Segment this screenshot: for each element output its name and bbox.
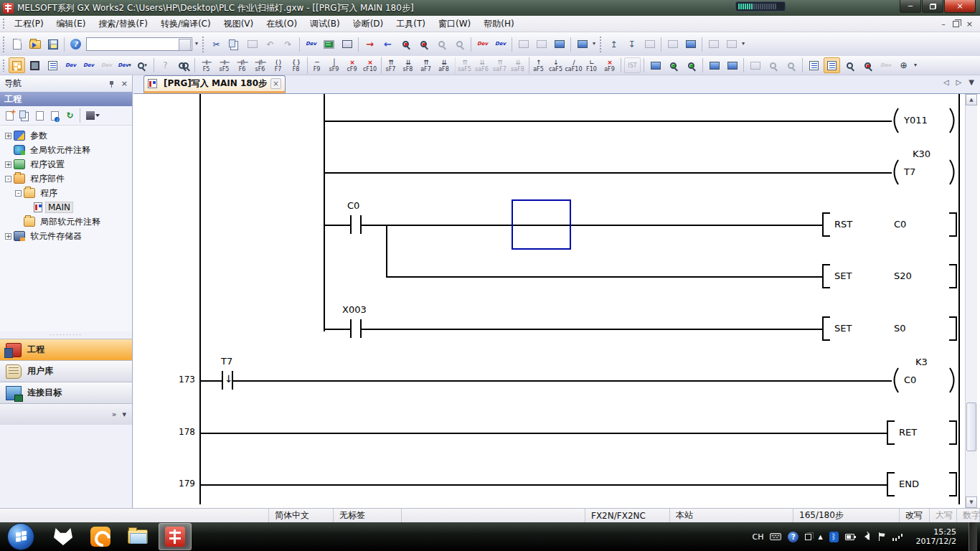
ladder-symbol-button[interactable]: ⇈ saF5 xyxy=(455,57,473,74)
ladder-symbol-button[interactable]: ─ F9 xyxy=(307,57,325,74)
device-comment-edit-button[interactable]: Dev xyxy=(62,57,79,73)
device-table-button[interactable]: Dev xyxy=(80,57,97,73)
read-from-plc-button[interactable]: ← xyxy=(380,36,396,52)
scrollbar-thumb[interactable] xyxy=(966,402,976,451)
window-titlebar[interactable]: MELSOFT系列 GX Works2 C:\Users\HP\Desktop\… xyxy=(0,0,980,16)
end-op-label[interactable]: END xyxy=(899,479,919,489)
show-desktop-button[interactable] xyxy=(969,522,977,551)
toolbar-grip[interactable] xyxy=(202,36,205,52)
ladder-symbol-button[interactable]: ⊣/⊢ sF6 xyxy=(251,57,269,74)
edit-cursor-cell[interactable] xyxy=(512,199,571,250)
navigator-view-button[interactable]: 工程 xyxy=(0,339,132,360)
help-button[interactable]: ? xyxy=(67,36,84,52)
toolbar-overflow-button[interactable]: ▾ xyxy=(914,64,917,67)
device-display-dropdown-button[interactable]: Dev▾ xyxy=(116,57,133,73)
toolbar-overflow-button[interactable]: ▾ xyxy=(593,42,595,46)
bluetooth-icon[interactable]: ᛒ xyxy=(829,532,839,542)
ladder-symbol-button[interactable]: ⇊ sF8 xyxy=(399,57,417,74)
monitor-mode-button[interactable] xyxy=(321,36,337,52)
minimize-button[interactable]: ─ xyxy=(900,0,921,13)
rst-op-label[interactable]: RST xyxy=(834,219,852,230)
pairing-button[interactable] xyxy=(641,36,658,52)
close-button[interactable]: × xyxy=(944,0,976,13)
menu-item[interactable]: 调试(B) xyxy=(303,16,347,32)
label-area-1-button[interactable] xyxy=(705,36,722,52)
statement-list-button[interactable] xyxy=(44,57,61,73)
ret-op-label[interactable]: RET xyxy=(899,427,917,438)
jump-device-button[interactable] xyxy=(724,57,740,73)
window-switch-icon[interactable] xyxy=(805,534,811,540)
window-jump-button[interactable] xyxy=(551,36,567,52)
watch-stop-button[interactable] xyxy=(683,57,699,73)
taskbar-app-explorer[interactable] xyxy=(121,523,154,550)
tree-item[interactable]: + 参数 xyxy=(0,128,132,143)
ladder-symbol-button[interactable]: ⇊ aF8 xyxy=(435,57,453,74)
views-menu-button[interactable]: ▾ xyxy=(122,410,126,419)
block-jump-button[interactable] xyxy=(682,36,699,52)
contact-x003[interactable] xyxy=(350,319,362,338)
ladder-symbol-button[interactable]: × aF9 xyxy=(600,57,618,74)
navigation-window-toggle[interactable] xyxy=(9,57,25,73)
device-display-green-button[interactable]: Dev xyxy=(492,36,509,52)
tree-item[interactable]: + 软元件存储器 xyxy=(0,229,132,243)
ladder-symbol-button[interactable]: ( ) F7 xyxy=(269,57,287,74)
end-interlock-down-button[interactable]: ↧ xyxy=(623,36,640,52)
copy-item-button[interactable] xyxy=(17,108,32,123)
contact-t7-falling-edge[interactable]: ↓ xyxy=(222,371,233,390)
device-test-button[interactable] xyxy=(339,36,355,52)
coil-c0-label[interactable]: C0 xyxy=(904,375,916,385)
ladder-symbol-button[interactable]: × cF9 xyxy=(343,57,361,74)
sort-dropdown-button[interactable] xyxy=(83,108,98,123)
coil-t7-label[interactable]: T7 xyxy=(904,166,915,177)
tree-expander-icon[interactable]: + xyxy=(5,133,11,139)
new-project-button[interactable] xyxy=(9,36,25,52)
ladder-symbol-button[interactable]: { } F8 xyxy=(287,57,305,74)
menu-item[interactable]: 帮助(H) xyxy=(477,16,520,32)
comment-display-toggle[interactable] xyxy=(824,57,840,73)
ladder-symbol-button[interactable]: ⇈ sF7 xyxy=(381,57,399,74)
ladder-symbol-button[interactable]: ⇊ saF8 xyxy=(509,57,527,74)
ladder-symbol-button[interactable]: ↓ caF5 xyxy=(547,57,565,74)
ladder-symbol-button[interactable]: ⊣⊢ F5 xyxy=(197,57,215,74)
device-batch-button[interactable]: Dev xyxy=(877,57,894,73)
vertical-scrollbar[interactable]: ▲ ▼ xyxy=(965,94,977,508)
tree-item[interactable]: MAIN xyxy=(0,200,132,215)
tab-close-icon[interactable]: × xyxy=(270,78,281,89)
item-property-button[interactable] xyxy=(47,108,62,123)
help-tray-icon[interactable]: ? xyxy=(788,532,798,542)
language-indicator[interactable]: CH xyxy=(752,532,763,542)
project-search-combobox[interactable] xyxy=(86,37,192,51)
scroll-down-button[interactable]: ▼ xyxy=(966,496,977,508)
tree-expander-icon[interactable]: + xyxy=(5,161,11,168)
menu-item[interactable]: 视图(V) xyxy=(217,16,260,32)
paste-button[interactable] xyxy=(244,36,260,52)
start-interlock-up-button[interactable]: ↥ xyxy=(606,36,622,52)
scroll-up-button[interactable]: ▲ xyxy=(966,94,977,105)
ist-instruction-button[interactable]: IST xyxy=(624,57,641,73)
navigation-close-icon[interactable]: × xyxy=(121,79,128,88)
toolbar-overflow-button[interactable]: ▾ xyxy=(195,42,198,46)
taskbar-app-uc-browser[interactable] xyxy=(84,523,117,550)
menu-item[interactable]: 工具(T) xyxy=(390,16,432,32)
cross-reference-button[interactable] xyxy=(175,57,192,73)
screen-display-button[interactable] xyxy=(574,36,590,52)
set-s20-operand-label[interactable]: S20 xyxy=(894,270,912,281)
new-item-button[interactable] xyxy=(2,108,17,123)
ladder-symbol-button[interactable]: │ sF9 xyxy=(325,57,343,74)
tab-list-button[interactable]: ▼ xyxy=(969,78,974,86)
pin-icon[interactable] xyxy=(108,80,116,88)
redo-button[interactable]: ↷ xyxy=(280,36,296,52)
keyboard-icon[interactable] xyxy=(770,533,781,540)
ladder-editor-canvas[interactable]: C0 X003 ↓ T7 Y011 K30 T7 K3 C0 xyxy=(133,94,980,508)
block-select-button[interactable] xyxy=(664,36,681,52)
monitor-pause-button[interactable] xyxy=(433,36,450,52)
ladder-symbol-button[interactable]: ⊣/⊢ F6 xyxy=(233,57,251,74)
more-views-button[interactable]: » xyxy=(112,410,117,419)
menu-item[interactable]: 窗口(W) xyxy=(432,16,477,32)
template-button[interactable] xyxy=(747,57,763,73)
monitor-resume-button[interactable] xyxy=(451,36,468,52)
combobox-dropdown-icon[interactable] xyxy=(184,42,188,47)
device-search-dropdown-button[interactable]: ▾ xyxy=(134,57,151,73)
navigator-view-button[interactable]: 用户库 xyxy=(0,360,132,382)
taskbar-clock[interactable]: 15:25 2017/12/2 xyxy=(910,527,962,546)
